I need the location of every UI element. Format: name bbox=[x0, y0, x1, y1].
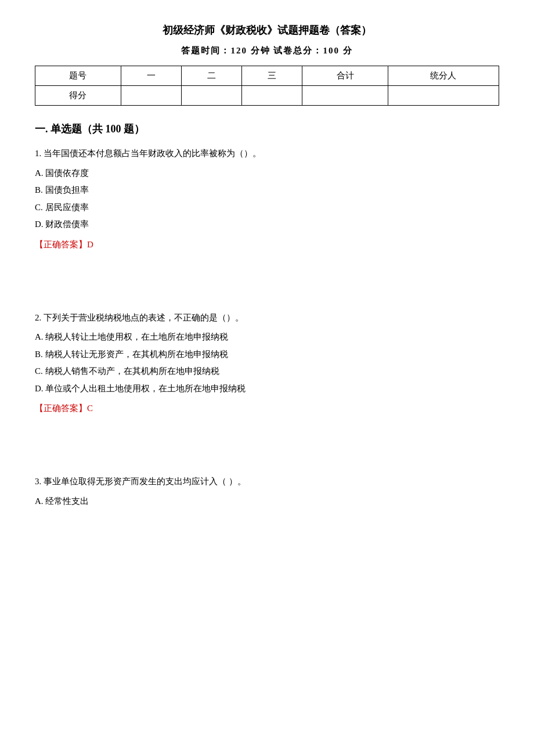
question-2-answer-prefix: 【正确答案】 bbox=[35, 404, 87, 413]
question-1-answer: 【正确答案】D bbox=[35, 239, 499, 250]
question-1-option-c: C. 居民应债率 bbox=[35, 200, 499, 215]
score-table-defen-3 bbox=[242, 86, 302, 106]
score-table-defen-1 bbox=[121, 86, 181, 106]
page-title: 初级经济师《财政税收》试题押题卷（答案） bbox=[35, 23, 499, 37]
score-table-defen-label: 得分 bbox=[35, 86, 121, 106]
score-table-defen-heji bbox=[302, 86, 388, 106]
subtitle: 答题时间：120 分钟 试卷总分：100 分 bbox=[35, 45, 499, 56]
question-1-answer-letter: D bbox=[87, 240, 93, 249]
spacer-3 bbox=[35, 428, 499, 451]
score-table-header-2: 二 bbox=[181, 66, 241, 86]
score-table-header-heji: 合计 bbox=[302, 66, 388, 86]
score-table-header-1: 一 bbox=[121, 66, 181, 86]
question-1-option-a: A. 国债依存度 bbox=[35, 166, 499, 181]
score-table: 题号 一 二 三 合计 统分人 得分 bbox=[35, 66, 499, 106]
question-2: 2. 下列关于营业税纳税地点的表述，不正确的是（）。 A. 纳税人转让土地使用权… bbox=[35, 311, 499, 415]
question-2-answer: 【正确答案】C bbox=[35, 403, 499, 414]
question-1-option-b: B. 国债负担率 bbox=[35, 183, 499, 198]
question-2-option-a: A. 纳税人转让土地使用权，在土地所在地申报纳税 bbox=[35, 330, 499, 345]
question-1-option-d: D. 财政偿债率 bbox=[35, 217, 499, 232]
question-1-answer-prefix: 【正确答案】 bbox=[35, 240, 87, 249]
score-table-defen-tongfen bbox=[388, 86, 499, 106]
question-3-option-a: A. 经常性支出 bbox=[35, 494, 499, 509]
question-2-option-d: D. 单位或个人出租土地使用权，在土地所在地申报纳税 bbox=[35, 381, 499, 397]
section1-title: 一. 单选题（共 100 题） bbox=[35, 122, 499, 136]
question-1-text: 1. 当年国债还本付息额占当年财政收入的比率被称为（）。 bbox=[35, 146, 499, 161]
question-2-option-c: C. 纳税人销售不动产，在其机构所在地申报纳税 bbox=[35, 364, 499, 379]
spacer-4 bbox=[35, 451, 499, 474]
score-table-header-3: 三 bbox=[242, 66, 302, 86]
spacer-2 bbox=[35, 287, 499, 311]
score-table-header-tihao: 题号 bbox=[35, 66, 121, 86]
spacer-1 bbox=[35, 264, 499, 287]
question-2-text: 2. 下列关于营业税纳税地点的表述，不正确的是（）。 bbox=[35, 311, 499, 326]
question-2-option-b: B. 纳税人转让无形资产，在其机构所在地申报纳税 bbox=[35, 347, 499, 362]
question-1: 1. 当年国债还本付息额占当年财政收入的比率被称为（）。 A. 国债依存度 B.… bbox=[35, 146, 499, 250]
score-table-defen-2 bbox=[181, 86, 241, 106]
question-3-text: 3. 事业单位取得无形资产而发生的支出均应计入（ ）。 bbox=[35, 474, 499, 489]
question-2-answer-letter: C bbox=[87, 404, 93, 413]
score-table-header-tongfen: 统分人 bbox=[388, 66, 499, 86]
question-3: 3. 事业单位取得无形资产而发生的支出均应计入（ ）。 A. 经常性支出 bbox=[35, 474, 499, 509]
